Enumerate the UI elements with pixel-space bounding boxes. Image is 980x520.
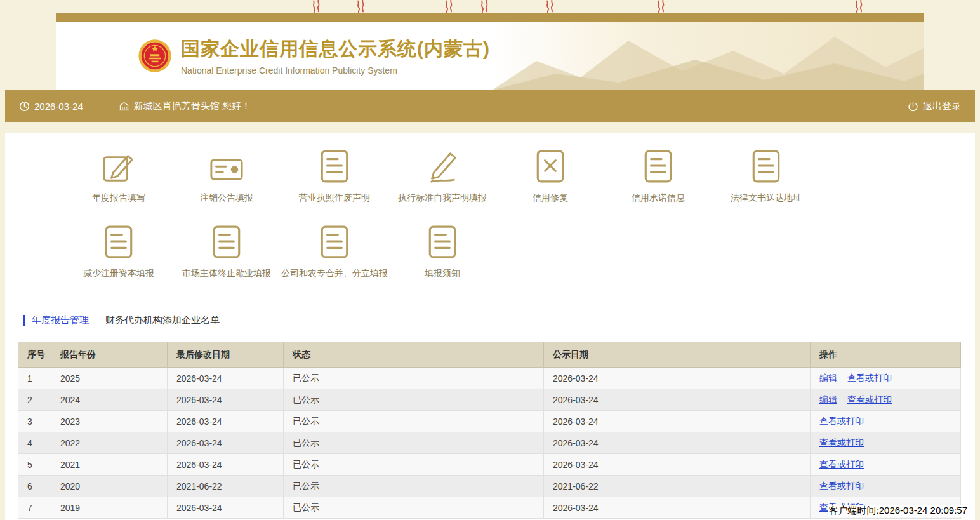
greeting-text: 新城区肖艳芳骨头馆 您好！: [134, 100, 251, 112]
row-number: 6: [18, 476, 51, 497]
power-icon: [908, 101, 918, 112]
last-modified-date: 2026-03-24: [168, 497, 284, 519]
logout-button[interactable]: 退出登录: [908, 100, 961, 112]
actions-cell: 编辑查看或打印: [811, 389, 961, 411]
document-x-icon: [536, 149, 565, 183]
report-year: 2019: [51, 497, 168, 519]
shortcut-label: 信用承诺信息: [604, 192, 712, 203]
publicity-date: 2026-03-24: [544, 432, 811, 454]
table-row: 4 2022 2026-03-24 已公示 2026-03-24 查看或打印: [18, 432, 961, 454]
row-number: 5: [18, 454, 51, 476]
actions-cell: 查看或打印: [811, 411, 961, 432]
building-icon: [119, 101, 129, 112]
view-or-print-link[interactable]: 查看或打印: [847, 394, 892, 404]
column-header-actions: 操作: [811, 342, 961, 368]
shortcut-cancellation-announcement[interactable]: 注销公告填报: [173, 147, 281, 203]
site-subtitle: National Enterprise Credit Information P…: [181, 65, 490, 76]
view-or-print-link[interactable]: 查看或打印: [819, 416, 864, 426]
publicity-date: 2026-03-24: [544, 389, 811, 411]
publicity-date: 2026-03-24: [544, 411, 811, 432]
status-bar: 2026-03-24 新城区肖艳芳骨头馆 您好！ 退出登录: [5, 90, 975, 122]
clock-icon: [19, 101, 30, 112]
script-decor-icon: [354, 0, 367, 13]
edit-link[interactable]: 编辑: [819, 373, 837, 383]
tab-accent-bar: [23, 315, 25, 326]
shortcut-merger-division[interactable]: 公司和农专合并、分立填报: [281, 222, 388, 279]
column-header-year: 报告年份: [51, 342, 168, 368]
view-or-print-link[interactable]: 查看或打印: [847, 373, 892, 383]
national-emblem-icon: [138, 39, 172, 73]
shortcut-row-1: 年度报告填写 注销公告填报 营业执照作废声明 执行标准自我声明填报 信用修复 信…: [65, 147, 975, 203]
row-number: 3: [18, 411, 51, 432]
main-panel: 年度报告填写 注销公告填报 营业执照作废声明 执行标准自我声明填报 信用修复 信…: [5, 133, 975, 520]
section-tab-bar: 年度报告管理 财务代办机构添加企业名单: [23, 314, 975, 326]
view-or-print-link[interactable]: 查看或打印: [819, 459, 864, 469]
document-icon: [644, 149, 673, 183]
header-gold-strip: [56, 13, 924, 22]
status-text: 已公示: [284, 432, 544, 454]
shortcut-credit-repair[interactable]: 信用修复: [496, 147, 604, 203]
shortcut-label: 注销公告填报: [173, 192, 281, 203]
column-header-no: 序号: [18, 342, 51, 368]
column-header-published: 公示日期: [544, 342, 811, 368]
table-row: 6 2020 2021-06-22 已公示 2021-06-22 查看或打印: [18, 476, 961, 497]
shortcut-label: 信用修复: [496, 192, 604, 203]
tab-annual-report-management[interactable]: 年度报告管理: [32, 314, 89, 326]
top-decor-strip: [0, 0, 980, 13]
script-decor-icon: [849, 0, 868, 13]
table-row: 5 2021 2026-03-24 已公示 2026-03-24 查看或打印: [18, 454, 961, 476]
status-text: 已公示: [284, 411, 544, 432]
table-row: 1 2025 2026-03-24 已公示 2026-03-24 编辑查看或打印: [18, 368, 961, 389]
column-header-modified: 最后修改日期: [168, 342, 284, 368]
document-icon: [752, 149, 781, 183]
status-text: 已公示: [284, 454, 544, 476]
edit-link[interactable]: 编辑: [819, 394, 837, 404]
shortcut-row-2: 减少注册资本填报 市场主体终止歇业填报 公司和农专合并、分立填报 填报须知: [65, 222, 975, 279]
publicity-date: 2021-06-22: [544, 476, 811, 497]
publicity-date: 2026-03-24: [544, 368, 811, 389]
current-date: 2026-03-24: [34, 101, 83, 112]
shortcut-label: 填报须知: [388, 268, 496, 279]
last-modified-date: 2026-03-24: [168, 432, 284, 454]
site-title: 国家企业信用信息公示系统(内蒙古): [181, 36, 490, 62]
client-time-overlay: 客户端时间:2026-03-24 20:09:57: [828, 505, 969, 517]
card-icon: [209, 156, 244, 183]
view-or-print-link[interactable]: 查看或打印: [819, 437, 864, 448]
status-text: 已公示: [284, 389, 544, 411]
status-text: 已公示: [284, 497, 544, 519]
last-modified-date: 2026-03-24: [168, 454, 284, 476]
actions-cell: 编辑查看或打印: [811, 368, 961, 389]
last-modified-date: 2021-06-22: [168, 476, 284, 497]
document-icon: [320, 149, 349, 183]
report-year: 2025: [51, 368, 168, 389]
shortcut-legal-document-address[interactable]: 法律文书送达地址: [712, 147, 820, 203]
row-number: 4: [18, 432, 51, 454]
script-decor-icon: [477, 0, 491, 13]
shortcut-license-void-statement[interactable]: 营业执照作废声明: [281, 147, 388, 203]
document-icon: [320, 225, 349, 259]
tab-financial-agency-list[interactable]: 财务代办机构添加企业名单: [105, 314, 220, 326]
shortcut-label: 法律文书送达地址: [712, 192, 820, 203]
last-modified-date: 2026-03-24: [168, 368, 284, 389]
shortcut-filing-instructions[interactable]: 填报须知: [388, 222, 496, 279]
script-decor-icon: [541, 0, 559, 13]
date-display: 2026-03-24: [19, 101, 83, 112]
report-year: 2023: [51, 411, 168, 432]
mountain-landscape-image: [492, 22, 924, 90]
shortcut-credit-commitment[interactable]: 信用承诺信息: [604, 147, 712, 203]
edit-square-icon: [102, 150, 135, 183]
view-or-print-link[interactable]: 查看或打印: [819, 481, 864, 491]
shortcut-standard-self-declaration[interactable]: 执行标准自我声明填报: [388, 147, 496, 203]
last-modified-date: 2026-03-24: [168, 389, 284, 411]
shortcut-label: 减少注册资本填报: [65, 268, 173, 279]
row-number: 1: [18, 368, 51, 389]
shortcut-annual-report[interactable]: 年度报告填写: [65, 147, 173, 203]
shortcut-label: 公司和农专合并、分立填报: [281, 268, 388, 279]
shortcut-business-termination[interactable]: 市场主体终止歇业填报: [173, 222, 281, 279]
publicity-date: 2026-03-24: [544, 497, 811, 519]
document-icon: [212, 225, 241, 259]
shortcut-reduce-registered-capital[interactable]: 减少注册资本填报: [65, 222, 173, 279]
user-greeting: 新城区肖艳芳骨头馆 您好！: [119, 100, 251, 112]
actions-cell: 查看或打印: [811, 454, 961, 476]
table-row: 2 2024 2026-03-24 已公示 2026-03-24 编辑查看或打印: [18, 389, 961, 411]
